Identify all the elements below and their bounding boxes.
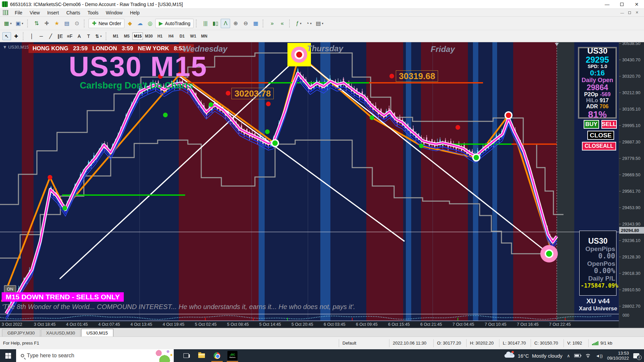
mql5-cloud-icon[interactable]: ☁ [135, 19, 145, 28]
start-button[interactable] [0, 349, 16, 362]
indicators-icon[interactable]: ƒ▾ [294, 19, 303, 28]
battery-icon[interactable] [574, 354, 581, 357]
close-all-button[interactable]: CLOSEALL [582, 142, 616, 150]
wifi-icon[interactable] [585, 354, 591, 358]
metatrader-button[interactable]: .ılICMarkets [225, 349, 240, 362]
navigator-icon[interactable]: ★ [52, 19, 61, 28]
periods-icon[interactable]: ◔▾ [304, 19, 313, 28]
tab-gbpjpy-m30[interactable]: GBPJPY,M30 [2, 329, 40, 337]
timeframe-h4[interactable]: H4 [166, 33, 176, 40]
zoom-in-icon[interactable]: ⊕ [231, 19, 240, 28]
menu-window[interactable]: Window [102, 9, 126, 16]
mdi-close-button[interactable]: ✕ [633, 10, 641, 16]
candlestick-chart-icon[interactable]: ▮▯ [211, 19, 220, 28]
taskbar-clock[interactable]: 13:53 09/10/2022 [607, 351, 629, 361]
on-toggle-button[interactable]: ON [4, 285, 16, 293]
task-view-icon [183, 353, 189, 358]
channel-tool-glyph: ∥E [57, 34, 63, 39]
metaeditor-icon[interactable]: ◆ [125, 19, 135, 28]
text-tool[interactable]: A [75, 32, 84, 40]
app-logo-icon [2, 1, 8, 7]
tab-us30-m15[interactable]: US30,M15 [81, 329, 113, 337]
menu-insert[interactable]: Insert [44, 9, 63, 16]
new-chart-icon[interactable]: ▦▾ [2, 19, 13, 28]
horizontal-line-tool[interactable]: ─ [37, 32, 46, 40]
chart-canvas[interactable]: ▼ US30,M15 HONG KONG23:59 LONDON3:59 NEW… [0, 42, 619, 321]
restore-button[interactable] [614, 0, 629, 8]
notification-center-button[interactable]: 2 [633, 353, 639, 358]
market-watch-icon[interactable]: ⇅ [32, 19, 41, 28]
market-icon[interactable]: ◎ [145, 19, 155, 28]
standard-toolbar: ▦▾▣▾⇅✚★▤⊙✚New Order◆☁◎▶AutoTrading|||▮▯Λ… [0, 17, 644, 30]
price-tag-1[interactable]: 30203.78 [231, 88, 274, 99]
speaker-icon[interactable]: ◄)) [595, 353, 603, 358]
task-view-button[interactable] [178, 349, 194, 362]
price-scale[interactable]: 29294.80 000 30538.5030430.7030320.70302… [619, 42, 644, 328]
fibonacci-tool[interactable]: ≡F [65, 32, 74, 40]
timeframe-m5[interactable]: M5 [121, 33, 132, 40]
timeframe-mn[interactable]: MN [199, 33, 209, 40]
crosshair-tool[interactable]: ✚ [12, 32, 20, 40]
bar-chart-icon[interactable]: ||| [201, 19, 210, 28]
tray-chevron-icon[interactable]: ∧ [567, 353, 570, 358]
templates-icon[interactable]: ▤▾ [314, 19, 325, 28]
price-tick: 29561.70 [619, 188, 644, 194]
data-window-icon[interactable]: ✚ [42, 19, 51, 28]
notification-badge: 2 [637, 355, 642, 360]
weather-widget[interactable]: 16°C Mostly cloudy [504, 353, 562, 359]
zoom-out-icon[interactable]: ⊖ [241, 19, 250, 28]
hilo-value: 917 [600, 98, 609, 104]
profiles-icon[interactable]: ▣▾ [14, 19, 25, 28]
spread-value: 1.0 [600, 64, 607, 69]
autotrading-button[interactable]: ▶AutoTrading [155, 19, 194, 28]
timeframe-d1[interactable]: D1 [177, 33, 187, 40]
terminal-icon[interactable]: ▤ [62, 19, 71, 28]
clock-date: 09/10/2022 [607, 356, 629, 361]
line-chart-icon[interactable]: Λ [221, 19, 230, 28]
timeframe-w1[interactable]: W1 [188, 33, 198, 40]
hilo-label: HiLo [586, 98, 598, 104]
chevron-down-icon: ▾ [322, 22, 324, 25]
sell-button[interactable]: SELL [601, 120, 617, 129]
channel-tool[interactable]: ∥E [56, 32, 64, 40]
strategy-tester-icon[interactable]: ⊙ [72, 19, 82, 28]
time-axis[interactable]: 3 Oct 20223 Oct 18:454 Oct 01:454 Oct 07… [0, 321, 619, 328]
menu-charts[interactable]: Charts [63, 9, 84, 16]
minimize-button[interactable]: — [600, 0, 614, 8]
close-button-panel[interactable]: CLOSE [587, 131, 614, 140]
tab-xauusd-m30[interactable]: XAUUSD,M30 [41, 329, 80, 337]
timeframe-h1[interactable]: H1 [155, 33, 165, 40]
timeframe-m15[interactable]: M15 [132, 33, 143, 40]
arrows-tool[interactable]: ⇅▾ [94, 32, 103, 40]
time-tick: 7 Oct 04:45 [452, 322, 474, 327]
vertical-line-tool[interactable]: │ [28, 32, 36, 40]
timeframe-m1[interactable]: M1 [110, 33, 121, 40]
menu-help[interactable]: Help [126, 9, 143, 16]
buy-button[interactable]: BUY [584, 120, 599, 129]
label-tool[interactable]: T [84, 32, 93, 40]
buy-target-marker[interactable] [540, 245, 558, 262]
price-tag-2[interactable]: 30319.68 [396, 70, 438, 82]
menu-tools[interactable]: Tools [84, 9, 102, 16]
time-tick: 6 Oct 21:45 [420, 322, 442, 327]
chrome-button[interactable] [209, 349, 225, 362]
file-explorer-button[interactable] [194, 349, 209, 362]
profile-cell[interactable]: Default [339, 339, 389, 347]
close-button[interactable]: ✕ [629, 0, 644, 8]
trendline-tool[interactable]: ╱ [46, 32, 55, 40]
menu-view[interactable]: View [26, 9, 44, 16]
panel-price: 29295 [586, 55, 609, 64]
cursor-tool[interactable]: ↖ [2, 32, 11, 40]
vertical-line-tool-glyph: │ [31, 34, 34, 39]
chart-shift-icon[interactable]: « [277, 19, 287, 28]
auto-scroll-icon-glyph: » [271, 20, 274, 26]
search-icon [21, 354, 24, 357]
tile-windows-icon[interactable]: ▦ [251, 19, 260, 28]
timeframe-m30[interactable]: M30 [144, 33, 154, 40]
menu-file[interactable]: File [11, 9, 26, 16]
taskbar-search[interactable]: Type here to search [16, 349, 174, 362]
new-order-button[interactable]: ✚New Order [89, 19, 124, 28]
mdi-minimize-button[interactable]: — [619, 10, 626, 16]
auto-scroll-icon[interactable]: » [267, 19, 277, 28]
mdi-restore-button[interactable] [626, 10, 633, 16]
